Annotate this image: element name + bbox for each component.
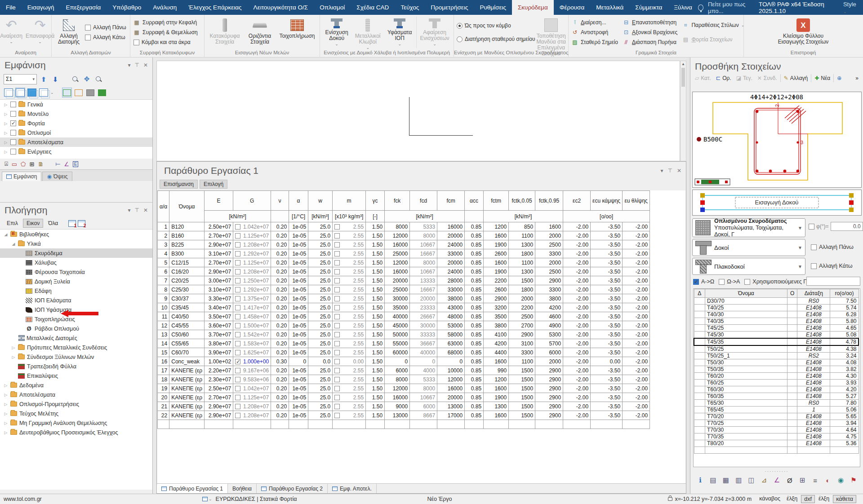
column-header[interactable]: fck — [385, 191, 410, 211]
cell[interactable]: 16667 — [410, 249, 437, 258]
cell[interactable]: 48000 — [437, 312, 465, 321]
cell[interactable]: C20/25 — [169, 276, 205, 285]
g-cell[interactable]: 1.375e+07 — [233, 294, 271, 303]
nav-tree-item[interactable]: ▷Αποτελέσματα — [0, 390, 152, 399]
cell[interactable]: 12000 — [385, 258, 410, 267]
cell[interactable]: -3.50 — [591, 366, 623, 375]
cell[interactable]: 1.00e+02 — [205, 357, 233, 366]
cell[interactable]: 1e-05 — [289, 348, 308, 357]
cell[interactable]: 1600 — [484, 411, 509, 420]
cell[interactable]: 0.20 — [271, 366, 289, 375]
select-table-icon[interactable]: ⊞ — [29, 161, 34, 168]
cell[interactable]: 1e-05 — [289, 231, 308, 240]
menu-tab-Οπλισμοί[interactable]: Οπλισμοί — [314, 0, 351, 15]
cell[interactable]: 3800 — [484, 321, 509, 330]
nav-tree-item[interactable]: ▷Πρότυπες Μεταλλικές Συνδέσεις — [0, 343, 152, 352]
cell[interactable]: -2.00 — [623, 222, 650, 231]
m-cell[interactable]: 2.55 — [333, 393, 366, 402]
cell[interactable]: 25.0 — [308, 258, 333, 267]
cell[interactable]: 5300 — [535, 330, 563, 339]
cell[interactable]: -2.00 — [563, 393, 591, 402]
cell[interactable]: 25.0 — [308, 222, 333, 231]
cell[interactable]: ΚΑΝΕΠΕ (ερ — [169, 384, 205, 393]
cell[interactable]: C50/60 — [169, 330, 205, 339]
nav-tree-item[interactable]: Τραπεζοειδή Φύλλα — [0, 362, 152, 371]
column-header[interactable]: α/α — [158, 191, 169, 222]
cell[interactable]: 1e-05 — [289, 321, 308, 330]
expander-icon[interactable]: ▷ — [11, 345, 16, 350]
cell[interactable]: 12000 — [385, 231, 410, 240]
nodes-at-ends-checkbox[interactable]: Κόμβοι και στα άκρα — [133, 38, 198, 47]
list-column-header[interactable]: Δ — [694, 289, 705, 298]
cell[interactable]: 2.20e+07 — [205, 366, 233, 375]
cell[interactable]: 3800 — [535, 294, 563, 303]
cell[interactable]: 1e-05 — [289, 384, 308, 393]
cell[interactable]: ΚΑΝΕΠΕ (ερ — [169, 366, 205, 375]
m-cell[interactable]: 2.55 — [333, 339, 366, 348]
column-header[interactable]: E — [205, 191, 233, 211]
expander-icon[interactable]: ▷ — [4, 430, 8, 435]
nav-tree-item[interactable]: ▷Τεύχος Μελέτης — [0, 409, 152, 418]
cell[interactable]: 10000 — [437, 366, 465, 375]
tab-views[interactable]: ◉Όψεις — [42, 172, 72, 181]
table-row[interactable]: 12C45/553.60e+071.500e+070.201e-0525.02.… — [158, 321, 650, 330]
m-cell[interactable]: 2.55 — [333, 384, 366, 393]
table-row[interactable]: 15C60/703.90e+071.625e+070.201e-0525.02.… — [158, 348, 650, 357]
g-cell[interactable]: 1.458e+07 — [233, 312, 271, 321]
status-toggle-κάθετα[interactable]: κάθετα — [833, 495, 856, 503]
change-section-button[interactable]: ✚ Αλλαγή Διατομής — [54, 18, 83, 47]
cell[interactable]: 0 — [410, 357, 437, 366]
table-results-icon[interactable]: ▥ — [733, 475, 744, 485]
cell[interactable]: 1e-05 — [289, 393, 308, 402]
status-toggle-dxf[interactable]: dxf — [801, 495, 815, 503]
tab-select[interactable]: Επιλογή — [200, 180, 227, 189]
m-override-checkbox[interactable] — [334, 260, 340, 265]
close-icon[interactable]: ✕ — [677, 168, 681, 174]
cell[interactable]: 2500 — [509, 312, 535, 321]
list-item[interactable]: T40/25E14085.74 — [694, 305, 859, 311]
cell[interactable]: 24000 — [437, 240, 465, 249]
menu-tab-Επεξεργασία[interactable]: Επεξεργασία — [60, 0, 107, 15]
cell[interactable]: 1 — [158, 222, 169, 231]
cell[interactable]: 0.20 — [271, 384, 289, 393]
element-loads-button[interactable]: ▤Φορτία Στοιχείων — [682, 35, 744, 44]
list-item[interactable]: T80/20E14085.36 — [694, 440, 859, 447]
cell[interactable]: 1600 — [484, 384, 509, 393]
cell[interactable]: -3.50 — [591, 240, 623, 249]
cell[interactable]: 33000 — [437, 249, 465, 258]
status-toggle-έλξη[interactable]: έλξη — [784, 495, 800, 503]
m-cell[interactable]: 2.55 — [333, 303, 366, 312]
cell[interactable]: 20000 — [437, 393, 465, 402]
zoom-window-icon[interactable] — [70, 74, 80, 84]
table-row[interactable]: 9C30/373.30e+071.375e+070.201e-0525.02.5… — [158, 294, 650, 303]
m-cell[interactable]: 2.55 — [333, 240, 366, 249]
cell[interactable]: 2000 — [509, 294, 535, 303]
storey-up-button[interactable]: ⬆ — [39, 74, 49, 84]
cell[interactable]: -2.00 — [623, 321, 650, 330]
cell[interactable]: -3.50 — [591, 267, 623, 276]
expander-icon[interactable]: ▷ — [4, 411, 8, 416]
cell[interactable]: 25.0 — [308, 294, 333, 303]
list-item[interactable]: T65/30RS07.80 — [694, 400, 859, 407]
bottom-tab-Εμφ. Αποτελ.[interactable]: Εμφ. Αποτελ. — [328, 484, 377, 493]
m-override-checkbox[interactable] — [334, 233, 340, 239]
m-override-checkbox[interactable] — [334, 359, 340, 364]
cell[interactable]: -2.00 — [623, 312, 650, 321]
measure-angle-icon[interactable]: ∠ — [64, 161, 69, 168]
cell[interactable]: -2.00 — [563, 303, 591, 312]
cell[interactable]: 1e-05 — [289, 240, 308, 249]
cell[interactable]: 0.85 — [465, 357, 484, 366]
table-row[interactable]: 13C50/603.70e+071.542e+070.201e-0525.02.… — [158, 330, 650, 339]
pin-icon[interactable]: ⊤ — [134, 62, 139, 68]
list-item[interactable]: T50/25E14084.38 — [694, 345, 859, 353]
display-tree-item[interactable]: ▷Ενέργειες — [0, 147, 152, 156]
cell[interactable]: -2.00 — [623, 384, 650, 393]
cell[interactable]: ΚΑΝΕΠΕ (ερ — [169, 393, 205, 402]
select-polygon-icon[interactable]: ⬠ — [21, 161, 26, 168]
status-toggle-έλξη[interactable]: έλξη — [816, 495, 832, 503]
expander-icon[interactable]: ▷ — [4, 402, 8, 407]
cell[interactable]: -2.00 — [563, 357, 591, 366]
menu-tab-Ξύλινα[interactable]: Ξύλινα — [668, 0, 698, 15]
cell[interactable]: 1800 — [509, 249, 535, 258]
cell[interactable]: 0.20 — [271, 231, 289, 240]
